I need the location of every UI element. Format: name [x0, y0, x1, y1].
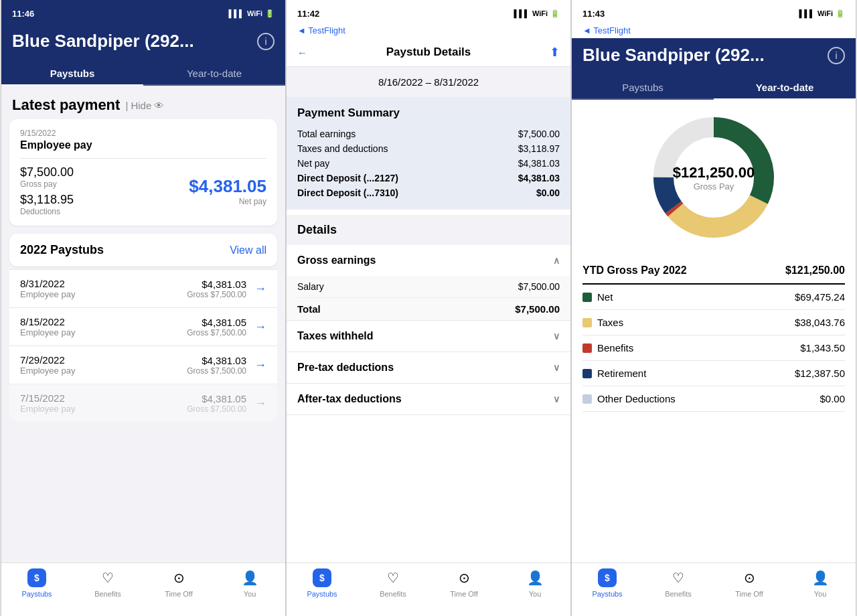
- nav-paystubs-2[interactable]: $ Paystubs: [287, 568, 358, 598]
- paystubs-nav-icon: $: [27, 568, 46, 587]
- app-title-3: Blue Sandpiper (292...: [582, 45, 765, 66]
- paystubs-nav-icon-3: $: [598, 568, 617, 587]
- accordion-header-pretax[interactable]: Pre-tax deductions ∨: [287, 352, 570, 383]
- accordion-header-aftertax[interactable]: After-tax deductions ∨: [287, 384, 570, 414]
- you-nav-icon-2: 👤: [526, 568, 544, 587]
- ytd-table: YTD Gross Pay 2022 $121,250.00 Net $69,4…: [582, 258, 845, 412]
- accordion-aftertax: After-tax deductions ∨: [287, 384, 570, 415]
- details-section: Details Gross earnings ∧ Salary $7,500.0…: [287, 215, 570, 415]
- latest-payment-header: Latest payment | Hide 👁: [1, 86, 285, 119]
- nav-benefits-3[interactable]: ♡ Benefits: [643, 568, 714, 598]
- chevron-down-icon: ∨: [553, 394, 560, 404]
- ytd-row-benefits: Benefits $1,343.50: [582, 335, 845, 361]
- app-header-1: Blue Sandpiper (292... i: [1, 24, 285, 61]
- acc-row-salary: Salary $7,500.00: [297, 276, 560, 298]
- eye-off-icon: 👁: [154, 100, 164, 111]
- signal-icon-2: ▌▌▌: [514, 9, 529, 17]
- info-button-1[interactable]: i: [257, 33, 275, 50]
- battery-icon: 🔋: [265, 9, 275, 18]
- bottom-nav-1: $ Paystubs ♡ Benefits ⊙ Time Off 👤 You: [1, 562, 285, 616]
- arrow-icon: →: [254, 320, 266, 334]
- nav-paystubs-1[interactable]: $ Paystubs: [1, 568, 72, 598]
- status-bar-1: 11:46 ▌▌▌ WiFi 🔋: [1, 0, 285, 24]
- chevron-up-icon: ∧: [553, 255, 560, 266]
- accordion-content-gross: Salary $7,500.00 Total $7,500.00: [287, 276, 570, 320]
- tab-paystubs-1[interactable]: Paystubs: [1, 61, 143, 84]
- donut-amount: $121,250.00: [673, 164, 755, 181]
- ps-row-earnings: Total earnings $7,500.00: [297, 127, 560, 141]
- chevron-down-icon: ∨: [553, 331, 560, 341]
- nav-benefits-2[interactable]: ♡ Benefits: [358, 568, 428, 598]
- ps-row-dd1: Direct Deposit (...2127) $4,381.03: [297, 171, 560, 185]
- nav-paystubs-3[interactable]: $ Paystubs: [572, 568, 643, 598]
- wifi-icon-2: WiFi: [532, 9, 548, 17]
- paystub-item[interactable]: 7/29/2022 Employee pay $4,381.03 Gross $…: [9, 345, 277, 384]
- timeoff-nav-icon-3: ⊙: [740, 568, 759, 587]
- ytd-row-other: Other Deductions $0.00: [582, 386, 845, 412]
- latest-payment-title: Latest payment: [12, 96, 120, 114]
- status-icons-1: ▌▌▌ WiFi 🔋: [228, 9, 275, 18]
- accordion-header-taxes[interactable]: Taxes withheld ∨: [287, 321, 570, 352]
- timeoff-nav-icon-2: ⊙: [455, 568, 473, 587]
- nav-you-1[interactable]: 👤 You: [214, 568, 285, 598]
- other-color-dot: [582, 394, 592, 404]
- net-color-dot: [582, 293, 592, 302]
- paystubs-title: 2022 Paystubs: [20, 243, 104, 257]
- info-icon-1: i: [264, 36, 266, 47]
- payment-summary-title: Payment Summary: [297, 106, 560, 120]
- ytd-content: $121,250.00 Gross Pay YTD Gross Pay 2022…: [572, 100, 856, 562]
- ytd-row-net: Net $69,475.24: [582, 285, 845, 310]
- info-button-3[interactable]: i: [828, 47, 845, 64]
- status-time-2: 11:42: [297, 9, 319, 19]
- app-header-3: Blue Sandpiper (292... i: [572, 38, 856, 75]
- donut-chart: $121,250.00 Gross Pay: [582, 110, 845, 244]
- detail-header: ← Paystub Details ⬆: [287, 38, 570, 67]
- tab-ytd-3[interactable]: Year-to-date: [714, 75, 856, 98]
- gross-pay-amount: $7,500.00: [20, 165, 74, 179]
- ps-row-dd2: Direct Deposit (...7310) $0.00: [297, 185, 560, 200]
- acc-row-total: Total $7,500.00: [297, 298, 560, 320]
- paystub-item[interactable]: 8/15/2022 Employee pay $4,381.05 Gross $…: [9, 307, 277, 345]
- view-all-button[interactable]: View all: [230, 244, 266, 256]
- paystub-item[interactable]: 8/31/2022 Employee pay $4,381.03 Gross $…: [9, 269, 277, 307]
- bottom-nav-2: $ Paystubs ♡ Benefits ⊙ Time Off 👤 You: [287, 562, 570, 616]
- phone-2: 11:42 ▌▌▌ WiFi 🔋 ◄ TestFlight ← Paystub …: [286, 0, 571, 616]
- testflight-back-3[interactable]: ◄ TestFlight: [582, 25, 631, 35]
- deductions-label: Deductions: [20, 207, 74, 216]
- you-nav-icon-3: 👤: [811, 568, 830, 587]
- paystub-item[interactable]: 7/15/2022 Employee pay $4,381.05 Gross $…: [9, 384, 277, 422]
- signal-icon: ▌▌▌: [228, 9, 244, 17]
- testflight-bar-3: ◄ TestFlight: [572, 24, 856, 38]
- benefits-nav-icon-3: ♡: [669, 568, 688, 587]
- payment-card[interactable]: 9/15/2022 Employee pay $7,500.00 Gross p…: [9, 119, 277, 226]
- gross-pay-label: Gross pay: [20, 179, 74, 189]
- hide-button[interactable]: | Hide 👁: [125, 100, 164, 111]
- nav-timeoff-3[interactable]: ⊙ Time Off: [714, 568, 785, 598]
- tab-paystubs-3[interactable]: Paystubs: [572, 75, 714, 98]
- date-range: 8/16/2022 – 8/31/2022: [287, 67, 570, 97]
- accordion-header-gross[interactable]: Gross earnings ∧: [287, 245, 570, 276]
- status-time-3: 11:43: [582, 9, 605, 19]
- tab-ytd-1[interactable]: Year-to-date: [143, 61, 285, 84]
- timeoff-nav-icon: ⊙: [169, 568, 188, 587]
- chevron-down-icon: ∨: [553, 362, 560, 373]
- donut-center: $121,250.00 Gross Pay: [673, 164, 755, 191]
- nav-benefits-1[interactable]: ♡ Benefits: [72, 568, 143, 598]
- paystubs-nav-icon-2: $: [313, 568, 331, 587]
- nav-timeoff-2[interactable]: ⊙ Time Off: [428, 568, 499, 598]
- ps-row-netpay: Net pay $4,381.03: [297, 156, 560, 171]
- payment-summary-section: Payment Summary Total earnings $7,500.00…: [287, 97, 570, 210]
- benefits-nav-icon-2: ♡: [384, 568, 402, 587]
- net-pay-label: Net pay: [189, 197, 266, 206]
- back-button[interactable]: ←: [297, 47, 307, 58]
- accordion-pretax: Pre-tax deductions ∨: [287, 352, 570, 384]
- ytd-header-amount: $121,250.00: [785, 264, 845, 277]
- share-button[interactable]: ⬆: [550, 45, 560, 60]
- testflight-back-2[interactable]: ◄ TestFlight: [297, 25, 345, 35]
- status-time-1: 11:46: [12, 9, 34, 19]
- nav-you-3[interactable]: 👤 You: [785, 568, 856, 598]
- net-pay-amount: $4,381.05: [189, 176, 266, 197]
- bottom-nav-3: $ Paystubs ♡ Benefits ⊙ Time Off 👤 You: [572, 562, 856, 616]
- nav-you-2[interactable]: 👤 You: [499, 568, 570, 598]
- nav-timeoff-1[interactable]: ⊙ Time Off: [143, 568, 214, 598]
